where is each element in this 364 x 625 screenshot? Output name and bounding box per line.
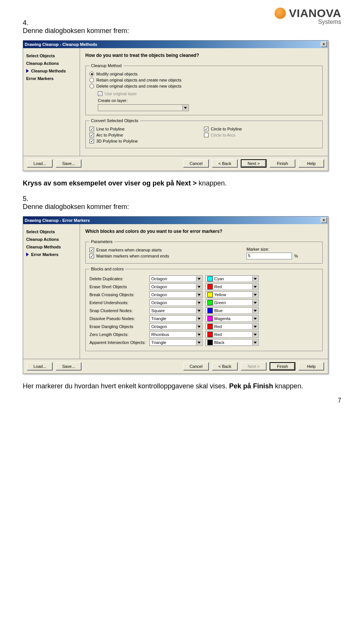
next-button[interactable]: Next > (241, 159, 267, 168)
marker-size-unit: % (294, 254, 298, 258)
check-circle-to-polyline[interactable]: Circle to Polyline (204, 126, 318, 132)
color-combo[interactable]: Green (206, 299, 259, 306)
shape-combo[interactable]: Rhombus (149, 331, 202, 338)
sidebar-item-cleanup-actions[interactable]: Cleanup Actions (25, 60, 77, 67)
dialog-heading: How do you want to treat the objects bei… (85, 53, 323, 58)
chevron-down-icon (182, 105, 188, 110)
color-combo[interactable]: Magenta (206, 315, 259, 322)
chevron-down-icon (196, 332, 202, 337)
color-combo[interactable]: Yellow (206, 291, 259, 298)
marker-row: Break Crossing Objects:OctagonYellow (89, 291, 318, 298)
color-combo[interactable]: Black (206, 339, 259, 346)
cancel-button[interactable]: Cancel (183, 159, 209, 168)
marker-size-label: Marker size: (246, 247, 318, 251)
finish-button[interactable]: Finish (270, 159, 295, 168)
close-icon[interactable]: × (321, 42, 327, 47)
check-circle-to-arcs: Circle to Arcs (204, 132, 318, 138)
row-label: Dissolve Pseudo Nodes: (89, 316, 146, 321)
help-button[interactable]: Help (298, 159, 324, 168)
legend: Parameters (89, 239, 114, 244)
back-button[interactable]: < Back (212, 159, 238, 168)
page-number: 7 (338, 397, 341, 404)
chevron-down-icon (196, 276, 202, 281)
sidebar-item-error-markers[interactable]: Error Markers (25, 75, 77, 82)
shape-combo[interactable]: Octagon (149, 275, 202, 282)
save-button[interactable]: Save... (56, 362, 82, 371)
load-button[interactable]: Load... (27, 159, 53, 168)
check-arc-to-polyline[interactable]: Arc to Polyline (89, 132, 204, 138)
titlebar[interactable]: Drawing Cleanup - Cleanup Methods × (23, 41, 328, 48)
chevron-down-icon (252, 276, 258, 281)
shape-combo[interactable]: Octagon (149, 291, 202, 298)
final-instruction: Her markerer du hvordan hvert enkelt kon… (23, 382, 328, 390)
sidebar-item-select-objects[interactable]: Select Objects (25, 228, 77, 236)
finish-button[interactable]: Finish (270, 362, 295, 371)
sidebar-item-cleanup-methods[interactable]: Cleanup Methods (25, 67, 77, 75)
chevron-down-icon (196, 340, 202, 345)
row-label: Erase Dangling Objects (89, 324, 146, 329)
color-combo[interactable]: Blue (206, 307, 259, 314)
dialog-footer: Load... Save... Cancel < Back Next > Fin… (23, 359, 328, 374)
marker-row: Delete Duplicates:OctagonCyan (89, 275, 318, 282)
dialog-title: Drawing Cleanup - Error Markers (25, 218, 90, 223)
cancel-button[interactable]: Cancel (183, 362, 209, 371)
arrow-icon (26, 253, 29, 256)
check-maintain-markers[interactable]: Maintain markers when command ends (89, 253, 239, 259)
row-label: Extend Undershoots: (89, 300, 146, 305)
dialog-error-markers: Drawing Cleanup - Error Markers × Select… (23, 216, 328, 374)
shape-combo[interactable]: Octagon (149, 299, 202, 306)
shape-combo[interactable]: Octagon (149, 323, 202, 330)
sidebar-item-cleanup-methods[interactable]: Cleanup Methods (25, 243, 77, 251)
arrow-icon (26, 69, 29, 73)
item4-text: Denne dialogboksen kommer frem: (23, 27, 129, 35)
shape-combo[interactable]: Octagon (149, 283, 202, 290)
load-button[interactable]: Load... (27, 362, 53, 371)
sidebar-item-cleanup-actions[interactable]: Cleanup Actions (25, 236, 77, 243)
fieldset-convert-selected: Convert Selected Objects Line to Polylin… (85, 118, 323, 148)
chevron-down-icon (252, 284, 258, 289)
help-button[interactable]: Help (298, 362, 324, 371)
row-label: Zero Length Objects: (89, 332, 146, 337)
chevron-down-icon (252, 340, 258, 345)
marker-row: Zero Length Objects:RhombusRed (89, 331, 318, 338)
check-erase-markers[interactable]: Erase markers when cleanup starts (89, 247, 239, 253)
titlebar[interactable]: Drawing Cleanup - Error Markers × (23, 217, 328, 224)
row-label: Apparent Intersection Objects: (89, 340, 146, 345)
close-icon[interactable]: × (321, 218, 327, 223)
radio-delete-original[interactable]: Delete original objects and create new o… (89, 83, 318, 89)
chevron-down-icon (196, 324, 202, 329)
sidebar-item-error-markers[interactable]: Error Markers (25, 251, 77, 258)
marker-size-input[interactable]: 5 (246, 253, 292, 259)
item4-instruction: Kryss av som eksempelet over viser og pe… (23, 179, 328, 187)
fieldset-cleanup-method: Cleanup Method Modify original objects R… (85, 63, 323, 115)
marker-row: Apparent Intersection Objects:TriangleBl… (89, 339, 318, 346)
chevron-down-icon (252, 324, 258, 329)
check-line-to-polyline[interactable]: Line to Polyline (89, 126, 204, 132)
shape-combo[interactable]: Triangle (149, 315, 202, 322)
next-button: Next > (241, 362, 267, 371)
chevron-down-icon (252, 292, 258, 297)
legend: Convert Selected Objects (89, 118, 140, 123)
check-3d-polyline[interactable]: 3D Polyline to Polyline (89, 138, 204, 144)
color-combo[interactable]: Red (206, 283, 259, 290)
chevron-down-icon (252, 308, 258, 313)
sidebar-item-select-objects[interactable]: Select Objects (25, 52, 77, 60)
marker-row: Erase Dangling ObjectsOctagonRed (89, 323, 318, 330)
radio-modify-original[interactable]: Modify original objects (89, 71, 318, 77)
shape-combo[interactable]: Triangle (149, 339, 202, 346)
marker-row: Erase Short ObjectsOctagonRed (89, 283, 318, 290)
color-combo[interactable]: Red (206, 323, 259, 330)
color-combo[interactable]: Red (206, 331, 259, 338)
item5-text: Denne dialogboksen kommer frem: (23, 203, 129, 210)
marker-row: Snap Clustered Nodes:SquareBlue (89, 307, 318, 314)
chevron-down-icon (252, 300, 258, 305)
save-button[interactable]: Save... (56, 159, 82, 168)
radio-retain-original[interactable]: Retain original objects and create new o… (89, 77, 318, 83)
chevron-down-icon (196, 292, 202, 297)
back-button[interactable]: < Back (212, 362, 238, 371)
wizard-sidebar: Select Objects Cleanup Actions Cleanup M… (23, 48, 80, 156)
marker-row: Extend Undershoots:OctagonGreen (89, 299, 318, 306)
dialog-footer: Load... Save... Cancel < Back Next > Fin… (23, 156, 328, 171)
shape-combo[interactable]: Square (149, 307, 202, 314)
color-combo[interactable]: Cyan (206, 275, 259, 282)
